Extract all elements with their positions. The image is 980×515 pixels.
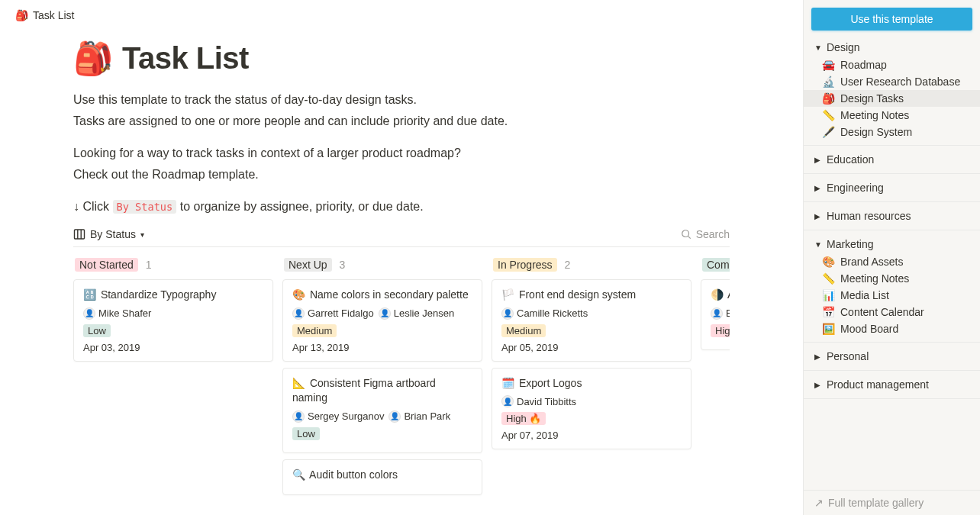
assignee-name: Brian Park xyxy=(404,410,450,422)
external-icon: ↗ xyxy=(814,497,824,509)
assignee: 👤Sergey Surganov xyxy=(292,410,384,423)
task-card[interactable]: 🗓️ Export Logos👤David TibbittsHigh 🔥Apr … xyxy=(492,368,691,450)
search-icon xyxy=(681,229,691,240)
avatar: 👤 xyxy=(292,307,305,320)
nav-item[interactable]: 🔬User Research Database xyxy=(804,73,980,90)
nav-item[interactable]: 🖼️Mood Board xyxy=(804,320,980,337)
caret-down-icon: ▼ xyxy=(814,240,822,249)
assignee-name: Mike Shafer xyxy=(98,307,151,319)
card-icon: 📐 xyxy=(292,377,305,389)
nav-item-label: Roadmap xyxy=(840,59,887,71)
nav-item[interactable]: 🖋️Design System xyxy=(804,124,980,140)
main-area: 🎒 Task List 🎒 Task List Use this templat… xyxy=(0,0,803,515)
nav-section-header[interactable]: ▶Human resources xyxy=(804,207,980,225)
card-icon: 🔠 xyxy=(83,288,96,301)
nav-item-label: Media List xyxy=(840,289,889,301)
priority-badge: High 🔥 xyxy=(711,324,730,337)
card-title: 🗓️ Export Logos xyxy=(501,376,682,391)
card-assignees: 👤Sergey Surganov👤Brian Park xyxy=(292,410,472,423)
nav-item-icon: 📅 xyxy=(822,306,836,318)
nav-section: ▼Design🚘Roadmap🔬User Research Database🎒D… xyxy=(804,34,980,146)
nav-item-icon: 🎒 xyxy=(822,92,836,105)
nav-section: ▶Human resources xyxy=(804,202,980,230)
assignee-name: Camille Ricketts xyxy=(517,307,588,319)
search-input[interactable]: Search xyxy=(681,228,730,240)
priority-badge: Medium xyxy=(292,324,337,337)
column-label: In Progress xyxy=(493,258,557,272)
nav-item[interactable]: 🎒Design Tasks xyxy=(804,90,980,107)
nav-item[interactable]: 🚘Roadmap xyxy=(804,56,980,73)
nav-section-label: Human resources xyxy=(827,210,911,222)
avatar: 👤 xyxy=(379,307,391,320)
assignee-name: Ben Lang xyxy=(726,307,730,319)
assignee: 👤Leslie Jensen xyxy=(379,307,455,320)
nav-section-label: Personal xyxy=(827,350,869,362)
card-icon: 🎨 xyxy=(292,288,305,301)
nav-item-label: Mood Board xyxy=(840,323,898,335)
breadcrumb-icon: 🎒 xyxy=(15,9,28,21)
nav-section-header[interactable]: ▶Education xyxy=(804,150,980,169)
column-count: 2 xyxy=(565,259,571,271)
nav-item-label: Meeting Notes xyxy=(840,272,909,285)
assignee-name: David Tibbitts xyxy=(517,396,576,407)
avatar: 👤 xyxy=(388,410,401,423)
task-card[interactable]: 🌗 Audit text contrast accessibility👤Ben … xyxy=(701,279,730,350)
nav-item-icon: 📏 xyxy=(822,272,836,285)
card-date: Apr 13, 2019 xyxy=(292,342,472,353)
board-column: Not Started1🔠 Standardize Typography👤Mik… xyxy=(73,256,273,501)
board-column: In Progress2🏳️ Front end design system👤C… xyxy=(492,256,691,501)
column-count: 1 xyxy=(146,259,152,271)
column-header: In Progress2 xyxy=(492,256,691,279)
task-card[interactable]: 🎨 Name colors in secondary palette👤Garre… xyxy=(282,279,482,362)
page-title-row: 🎒 Task List xyxy=(73,40,730,77)
column-header: Next Up3 xyxy=(282,256,482,279)
assignee-name: Sergey Surganov xyxy=(308,410,384,422)
card-title: 🌗 Audit text contrast accessibility xyxy=(711,288,730,303)
assignee: 👤David Tibbitts xyxy=(501,395,576,407)
caret-down-icon: ▼ xyxy=(814,43,822,52)
priority-badge: High 🔥 xyxy=(501,412,546,425)
task-card[interactable]: 🏳️ Front end design system👤Camille Ricke… xyxy=(492,279,691,362)
nav-item-label: Design Tasks xyxy=(840,92,904,105)
nav-item-icon: 🚘 xyxy=(822,59,836,71)
nav-section-header[interactable]: ▶Product management xyxy=(804,375,980,394)
avatar: 👤 xyxy=(711,307,723,320)
view-selector[interactable]: By Status ▾ xyxy=(73,228,144,240)
nav-item-icon: 🎨 xyxy=(822,256,836,268)
card-title: 🏳️ Front end design system xyxy=(501,288,682,303)
nav-item[interactable]: 📏Meeting Notes xyxy=(804,270,980,287)
nav-section-header[interactable]: ▶Personal xyxy=(804,347,980,365)
nav-section-header[interactable]: ▶Engineering xyxy=(804,179,980,197)
nav-item[interactable]: 📊Media List xyxy=(804,287,980,304)
board-icon xyxy=(73,228,85,240)
nav-section: ▶Education xyxy=(804,146,980,174)
nav-item-label: Brand Assets xyxy=(840,256,904,268)
breadcrumb[interactable]: 🎒 Task List xyxy=(0,0,803,24)
assignee: 👤Brian Park xyxy=(388,410,450,423)
use-template-button[interactable]: Use this template xyxy=(811,8,972,31)
avatar: 👤 xyxy=(83,307,95,320)
priority-badge: Low xyxy=(83,324,111,337)
card-icon: 🌗 xyxy=(711,288,724,301)
page-icon[interactable]: 🎒 xyxy=(73,40,113,77)
nav-item-label: Meeting Notes xyxy=(840,109,909,121)
card-assignees: 👤David Tibbitts xyxy=(501,395,682,407)
gallery-label: Full template gallery xyxy=(828,497,924,509)
card-assignees: 👤Mike Shafer xyxy=(83,307,263,320)
task-card[interactable]: 🔍 Audit button colors xyxy=(282,459,482,496)
view-name: By Status xyxy=(90,228,136,240)
column-count: 3 xyxy=(340,259,346,271)
nav-item[interactable]: 📅Content Calendar xyxy=(804,304,980,320)
task-card[interactable]: 📐 Consistent Figma artboard naming👤Serge… xyxy=(282,368,482,453)
sidebar: Use this template ▼Design🚘Roadmap🔬User R… xyxy=(803,0,980,515)
card-icon: 🔍 xyxy=(292,468,305,481)
nav-item[interactable]: 📏Meeting Notes xyxy=(804,107,980,124)
nav-item[interactable]: 🎨Brand Assets xyxy=(804,253,980,270)
search-placeholder: Search xyxy=(696,228,730,240)
task-card[interactable]: 🔠 Standardize Typography👤Mike ShaferLowA… xyxy=(73,279,273,362)
nav-section-header[interactable]: ▼Marketing xyxy=(804,235,980,253)
view-bar: By Status ▾ Search xyxy=(73,222,730,247)
full-template-gallery-link[interactable]: ↗ Full template gallery xyxy=(804,490,980,515)
board-column: Next Up3🎨 Name colors in secondary palet… xyxy=(282,256,482,501)
nav-section-header[interactable]: ▼Design xyxy=(804,38,980,56)
